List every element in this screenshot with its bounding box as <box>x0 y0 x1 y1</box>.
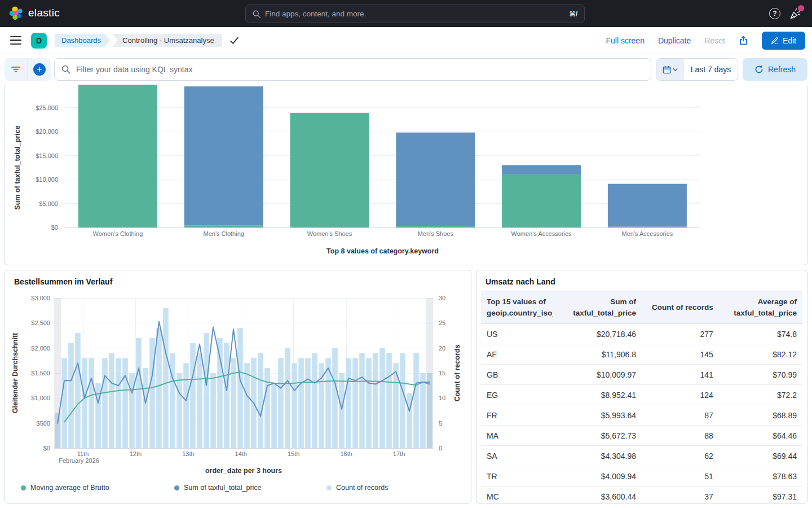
count-bar[interactable] <box>285 348 290 448</box>
count-bar[interactable] <box>68 343 74 448</box>
table-row[interactable]: FR$5,993.6487$68.89 <box>481 405 802 426</box>
count-bar[interactable] <box>359 353 365 448</box>
count-bar[interactable] <box>298 358 304 448</box>
value-cell[interactable]: $78.63 <box>719 466 802 487</box>
count-bar[interactable] <box>109 353 114 448</box>
kql-query-input[interactable] <box>76 65 644 74</box>
value-cell[interactable]: $4,009.94 <box>558 466 642 487</box>
value-cell[interactable]: $10,009.97 <box>558 365 642 385</box>
value-cell[interactable]: $70.99 <box>719 365 802 385</box>
bar-segment-women[interactable] <box>78 85 157 227</box>
value-cell[interactable]: $20,718.46 <box>558 324 642 344</box>
newsfeed-icon[interactable] <box>788 7 803 21</box>
count-bar[interactable] <box>156 328 162 448</box>
count-bar[interactable] <box>258 353 263 448</box>
count-bar[interactable] <box>332 348 338 448</box>
count-bar[interactable] <box>292 363 297 448</box>
count-bar[interactable] <box>197 353 202 448</box>
add-filter-button[interactable]: + <box>28 58 51 81</box>
bar-segment-men[interactable] <box>184 86 263 226</box>
count-bar[interactable] <box>122 358 128 448</box>
value-cell[interactable]: $97.31 <box>719 487 802 503</box>
help-icon[interactable]: ? <box>769 8 780 19</box>
bar-segment-men[interactable] <box>502 165 581 175</box>
count-bar[interactable] <box>231 358 236 448</box>
count-bar[interactable] <box>413 353 419 448</box>
bar-segment-women[interactable] <box>502 174 581 227</box>
count-bar[interactable] <box>89 358 94 448</box>
table-row[interactable]: AE$11,906.8145$82.12 <box>481 344 802 365</box>
table-row[interactable]: EG$8,952.41124$72.2 <box>481 385 802 405</box>
value-cell[interactable]: 141 <box>642 365 719 385</box>
value-cell[interactable]: $11,906.8 <box>558 344 642 365</box>
edit-button[interactable]: Edit <box>762 32 805 50</box>
bar-segment-men[interactable] <box>396 133 475 226</box>
bar-segment-women[interactable] <box>290 113 369 227</box>
count-bar[interactable] <box>339 373 345 448</box>
country-code-cell[interactable]: US <box>481 324 558 344</box>
table-row[interactable]: MA$5,672.7388$64.46 <box>481 426 802 446</box>
value-cell[interactable]: 51 <box>642 466 719 487</box>
table-row[interactable]: TR$4,009.9451$78.63 <box>481 466 802 487</box>
reset-button[interactable]: Reset <box>704 36 725 45</box>
count-bar[interactable] <box>379 348 385 448</box>
time-range-value[interactable]: Last 7 days <box>684 59 738 80</box>
category-bar-chart[interactable]: $0$5,000$10,000$15,000$20,000$25,000Wome… <box>5 85 807 264</box>
table-column-header[interactable]: Sum oftaxful_total_price <box>558 291 642 324</box>
bar-segment-women[interactable] <box>608 227 687 227</box>
count-bar[interactable] <box>183 363 189 448</box>
country-code-cell[interactable]: SA <box>481 446 558 466</box>
count-bar[interactable] <box>210 373 216 448</box>
check-icon[interactable] <box>230 36 239 45</box>
count-bar[interactable] <box>420 373 426 448</box>
value-cell[interactable]: 62 <box>642 446 719 466</box>
count-bar[interactable] <box>176 373 182 448</box>
calendar-menu-segment[interactable] <box>656 59 684 80</box>
country-code-cell[interactable]: FR <box>481 405 558 426</box>
count-bar[interactable] <box>163 308 169 448</box>
elastic-logo-icon[interactable] <box>9 6 24 21</box>
value-cell[interactable]: $5,993.64 <box>558 405 642 426</box>
country-code-cell[interactable]: MA <box>481 426 558 446</box>
duplicate-button[interactable]: Duplicate <box>658 36 691 45</box>
count-bar[interactable] <box>136 338 142 448</box>
count-bar[interactable] <box>75 333 81 448</box>
count-bar[interactable] <box>400 353 405 448</box>
table-row[interactable]: SA$4,304.9862$69.44 <box>481 446 802 466</box>
count-bar[interactable] <box>366 358 372 448</box>
count-bar[interactable] <box>237 328 243 448</box>
count-bar[interactable] <box>264 368 270 448</box>
value-cell[interactable]: $74.8 <box>719 324 802 344</box>
count-bar[interactable] <box>373 353 378 448</box>
value-cell[interactable]: $68.89 <box>719 405 802 426</box>
value-cell[interactable]: $3,600.44 <box>558 487 642 503</box>
country-code-cell[interactable]: AE <box>481 344 558 365</box>
country-code-cell[interactable]: TR <box>481 466 558 487</box>
count-bar[interactable] <box>352 358 358 448</box>
value-cell[interactable]: 124 <box>642 385 719 405</box>
count-bar[interactable] <box>312 353 317 448</box>
value-cell[interactable]: 87 <box>642 405 719 426</box>
filter-menu-button[interactable] <box>5 58 28 81</box>
value-cell[interactable]: $5,672.73 <box>558 426 642 446</box>
table-column-header[interactable]: Count of records <box>642 291 719 324</box>
count-bar[interactable] <box>116 358 121 448</box>
legend-item[interactable]: Count of records <box>326 484 388 492</box>
table-column-header[interactable]: Top 15 values ofgeoip.country_iso_c <box>481 291 558 324</box>
value-cell[interactable]: $69.44 <box>719 446 802 466</box>
country-code-cell[interactable]: GB <box>481 365 558 385</box>
full-screen-button[interactable]: Full screen <box>606 36 644 45</box>
country-code-cell[interactable]: MC <box>481 487 558 503</box>
value-cell[interactable]: $64.46 <box>719 426 802 446</box>
bar-segment-women[interactable] <box>184 226 263 227</box>
bar-segment-women[interactable] <box>396 226 475 227</box>
count-bar[interactable] <box>143 368 148 448</box>
menu-icon[interactable] <box>10 36 21 45</box>
value-cell[interactable]: 277 <box>642 324 719 344</box>
legend-item[interactable]: Sum of taxful_total_price <box>174 484 262 492</box>
country-code-cell[interactable]: EG <box>481 385 558 405</box>
value-cell[interactable]: $4,304.98 <box>558 446 642 466</box>
value-cell[interactable]: $8,952.41 <box>558 385 642 405</box>
breadcrumb-dashboards[interactable]: Dashboards <box>55 34 110 47</box>
count-bar[interactable] <box>346 358 351 448</box>
